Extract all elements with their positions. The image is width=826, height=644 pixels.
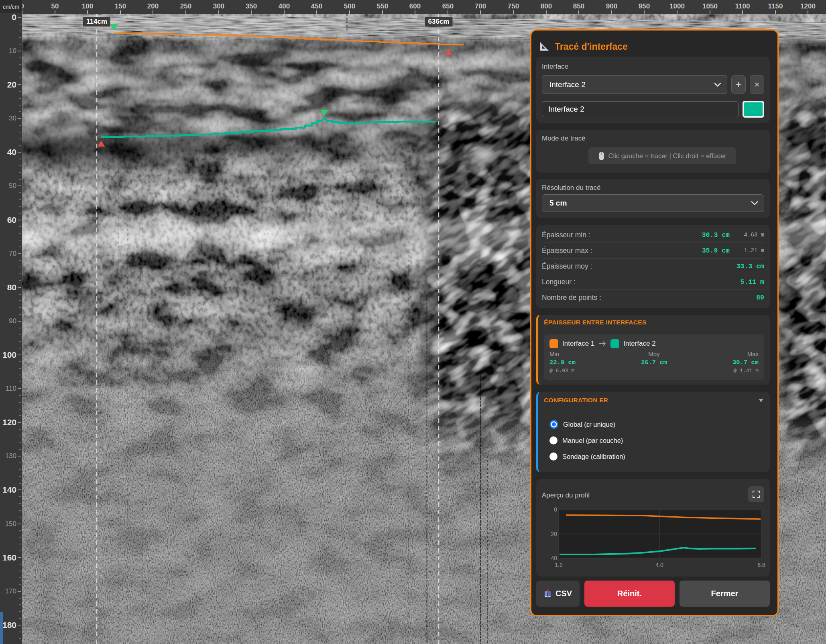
svg-text:20: 20: [551, 531, 557, 537]
svg-text:6.8: 6.8: [757, 562, 765, 568]
svg-text:1.2: 1.2: [555, 562, 563, 568]
svg-text:40: 40: [551, 555, 557, 561]
svg-text:0: 0: [554, 506, 557, 513]
svg-text:4.0: 4.0: [655, 562, 663, 568]
